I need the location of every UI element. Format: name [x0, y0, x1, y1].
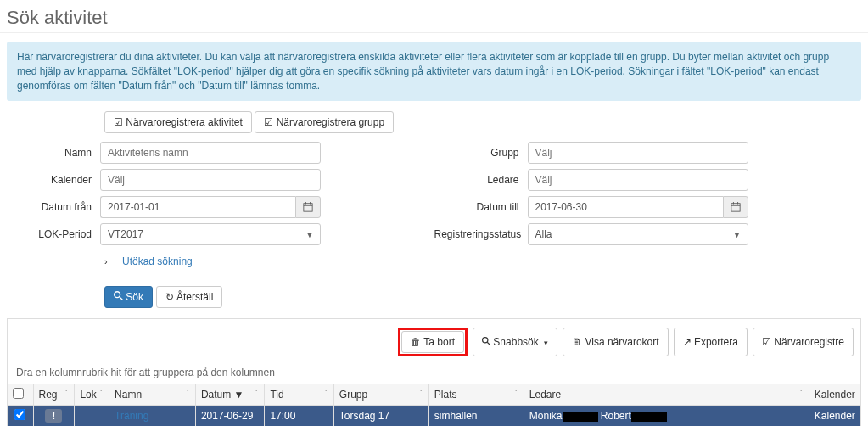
col-namn-label: Namn	[115, 389, 142, 401]
datum-till-input[interactable]	[528, 196, 723, 218]
delete-label: Ta bort	[423, 336, 455, 348]
results-table: Reg˅ Lok˅ Namn˅ Datum ▼˅ Tid˅ Grupp˅ Pla…	[7, 384, 861, 426]
alert-icon: !	[45, 409, 62, 423]
svg-point-8	[115, 292, 120, 298]
export-button[interactable]: ↗ Exportera	[674, 328, 748, 356]
lok-period-value: VT2017	[100, 223, 321, 245]
svg-rect-4	[731, 204, 739, 211]
check-icon: ☑	[114, 116, 123, 128]
sort-icon: ˅	[514, 389, 518, 397]
lok-period-select[interactable]: VT2017 ▼	[100, 223, 321, 245]
document-icon: 🗎	[572, 336, 582, 348]
label-reg-status: Registreringsstatus	[434, 228, 528, 240]
sort-icon: ˅	[255, 389, 259, 397]
cell-grupp: Torsdag 17	[333, 406, 428, 426]
sort-icon: ˅	[64, 389, 69, 397]
reg-aktivitet-label: Närvaroregistrera aktivitet	[126, 116, 242, 128]
reset-label: Återställ	[176, 291, 213, 303]
label-lok-period: LOK-Period	[7, 228, 100, 240]
col-reg[interactable]: Reg˅	[33, 384, 75, 406]
sort-icon: ˅	[186, 389, 190, 397]
label-datum-fran: Datum från	[7, 201, 100, 213]
sort-icon: ˅	[799, 389, 804, 397]
redacted	[563, 412, 598, 422]
col-ledare[interactable]: Ledare˅	[524, 384, 809, 406]
export-label: Exportera	[694, 336, 738, 348]
expand-search-link[interactable]: › Utökad sökning	[7, 255, 861, 267]
check-icon: ☑	[762, 336, 771, 348]
delete-button[interactable]: 🗑 Ta bort	[401, 331, 464, 353]
quicksearch-button[interactable]: Snabbsök	[473, 328, 557, 356]
chevron-down-icon	[541, 336, 548, 348]
col-ledare-label: Ledare	[529, 389, 561, 401]
cell-tid: 17:00	[265, 406, 333, 426]
reg-grupp-button[interactable]: ☑ Närvaroregistrera grupp	[255, 111, 394, 133]
select-all-checkbox[interactable]	[13, 388, 24, 399]
svg-line-9	[120, 297, 122, 300]
cell-datum: 2017-06-29	[195, 406, 264, 426]
row-checkbox[interactable]	[14, 409, 25, 420]
search-icon	[482, 336, 493, 348]
reg-grupp-label: Närvaroregistrera grupp	[277, 116, 384, 128]
activity-link[interactable]: Träning	[115, 410, 148, 422]
col-datum-label: Datum ▼	[201, 389, 244, 401]
sort-icon: ˅	[419, 389, 423, 397]
calendar-icon	[303, 202, 313, 212]
show-card-label: Visa närvarokort	[585, 336, 658, 348]
sort-icon: ˅	[324, 389, 328, 397]
reg-status-value: Alla	[528, 223, 748, 245]
search-label: Sök	[126, 291, 143, 303]
svg-point-10	[483, 338, 488, 343]
redacted	[631, 412, 667, 422]
col-kalender-label: Kalender	[815, 389, 855, 401]
col-checkbox[interactable]	[8, 384, 34, 406]
col-datum[interactable]: Datum ▼˅	[195, 384, 264, 406]
col-namn[interactable]: Namn˅	[109, 384, 196, 406]
reg-status-select[interactable]: Alla ▼	[528, 223, 748, 245]
col-plats[interactable]: Plats˅	[428, 384, 524, 406]
reset-button[interactable]: ↻ Återställ	[156, 286, 223, 308]
search-icon	[114, 291, 126, 303]
col-lok[interactable]: Lok˅	[75, 384, 109, 406]
label-kalender: Kalender	[7, 174, 100, 186]
label-datum-till: Datum till	[434, 201, 528, 213]
calendar-icon	[731, 202, 741, 212]
label-ledare: Ledare	[434, 174, 528, 186]
search-button[interactable]: Sök	[104, 286, 153, 308]
datum-fran-input[interactable]	[100, 196, 295, 218]
cell-kalender: Kalender	[809, 406, 860, 426]
chevron-right-icon: ›	[104, 256, 108, 266]
expand-search-label: Utökad sökning	[122, 255, 193, 267]
col-plats-label: Plats	[434, 389, 457, 401]
col-tid[interactable]: Tid˅	[265, 384, 333, 406]
label-grupp: Grupp	[434, 147, 528, 159]
datum-till-calendar-button[interactable]	[723, 196, 748, 218]
kalender-input[interactable]	[100, 169, 321, 191]
col-lok-label: Lok	[80, 389, 96, 401]
namn-input[interactable]	[100, 142, 321, 164]
col-reg-label: Reg	[39, 389, 58, 401]
info-box: Här närvaroregistrerar du dina aktivitet…	[7, 42, 861, 101]
refresh-icon: ↻	[165, 291, 174, 303]
table-row[interactable]: !Träning2017-06-2917:00Torsdag 17simhall…	[8, 406, 861, 426]
reg-aktivitet-button[interactable]: ☑ Närvaroregistrera aktivitet	[104, 111, 252, 133]
datum-fran-calendar-button[interactable]	[295, 196, 321, 218]
grupp-input[interactable]	[528, 142, 748, 164]
col-grupp[interactable]: Grupp˅	[333, 384, 428, 406]
register-attendance-button[interactable]: ☑ Närvaroregistre	[753, 328, 854, 356]
cell-plats: simhallen	[428, 406, 524, 426]
svg-line-11	[487, 343, 490, 345]
table-toolbar: 🗑 Ta bort Snabbsök 🗎 Visa närvarokort ↗ …	[7, 318, 861, 362]
sort-icon: ˅	[99, 389, 104, 397]
show-card-button[interactable]: 🗎 Visa närvarokort	[563, 328, 669, 356]
page-title: Sök aktivitet	[0, 0, 868, 33]
export-icon: ↗	[683, 336, 692, 348]
register-attendance-label: Närvaroregistre	[774, 336, 844, 348]
check-icon: ☑	[264, 116, 273, 128]
highlight-box: 🗑 Ta bort	[398, 328, 468, 356]
quicksearch-label: Snabbsök	[493, 336, 538, 348]
ledare-input[interactable]	[528, 169, 748, 191]
group-hint: Dra en kolumnrubrik hit för att gruppera…	[7, 362, 861, 384]
col-kalender[interactable]: Kalender	[809, 384, 860, 406]
cell-ledare: Monika Robert	[524, 406, 809, 426]
